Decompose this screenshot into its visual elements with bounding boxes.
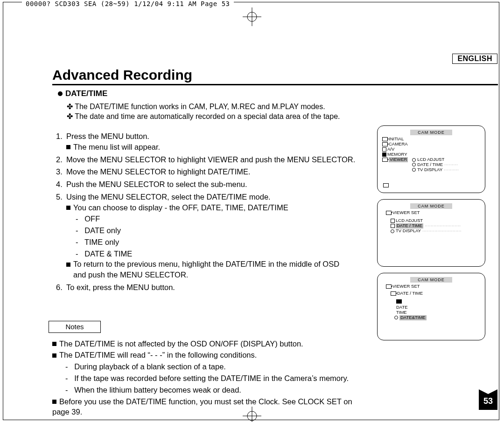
return-icon <box>396 299 402 304</box>
menu-item: CAMERA <box>389 141 408 146</box>
menu-item: VIEWER SET <box>392 210 420 215</box>
intro-line: The DATE/TIME function works in CAM, PLA… <box>75 103 325 111</box>
step-subtext: To return to the previous menu, highligh… <box>73 260 339 268</box>
instructions-column: 1.Press the MENU button. The menu list w… <box>52 125 364 418</box>
step-subtext: and push the MENU SELECTOR. <box>73 270 188 279</box>
camera-icon <box>391 291 396 296</box>
page-title: Advanced Recording <box>52 67 498 83</box>
page-number: 53 <box>479 394 497 410</box>
square-bullet-icon <box>66 263 70 267</box>
osd-figure-2: CAM MODE VIEWER SET LCD ADJUST DATE / TI… <box>377 199 485 267</box>
menu-item: A/V <box>387 146 394 152</box>
print-header: 00000? SCD303 SEA (28~59) 1/12/04 9:11 A… <box>22 0 234 7</box>
step-subtext: The menu list will appear. <box>73 143 160 151</box>
notes-heading: Notes <box>52 321 364 332</box>
option-item: TIME <box>396 310 407 315</box>
submenu-item: TV DISPLAY <box>417 167 442 172</box>
square-icon <box>382 147 386 152</box>
clover-bullet-icon: ✤ <box>66 102 73 111</box>
figure-column: CAM MODE INITIAL CAMERA A/V MEMORY VIEWE… <box>377 125 491 418</box>
menu-item: MEMORY <box>387 152 407 157</box>
section-heading: DATE/TIME <box>58 89 498 98</box>
submenu-item: LCD ADJUST <box>396 218 423 223</box>
camera-icon <box>386 211 392 215</box>
step-text: Move the MENU SELECTOR to highlight DATE… <box>66 167 251 176</box>
menu-item-selected: VIEWER <box>389 157 408 162</box>
osd-header: CAM MODE <box>410 130 452 135</box>
option-line: - DATE & TIME <box>76 249 364 259</box>
square-bullet-icon <box>52 400 56 404</box>
menu-item: VIEWER SET <box>392 284 420 289</box>
notes-list: The DATE/TIME is not affected by the OSD… <box>52 339 364 417</box>
menu-item: INITIAL <box>389 136 404 141</box>
camera-icon <box>386 284 392 289</box>
step-subtext: You can choose to display - the OFF, DAT… <box>73 203 288 212</box>
note-subtext: - During playback of a blank section of … <box>65 361 364 372</box>
camera-icon <box>382 158 388 162</box>
page: 00000? SCD303 SEA (28~59) 1/12/04 9:11 A… <box>0 0 504 422</box>
square-bullet-icon <box>66 145 70 149</box>
return-icon <box>383 183 390 188</box>
intro-line: The date and time are automatically reco… <box>75 112 340 120</box>
circle-icon <box>394 316 398 319</box>
submenu-item: DATE / TIME <box>417 162 443 167</box>
registration-mark-top-icon <box>243 7 261 26</box>
camera-icon <box>382 142 388 146</box>
submenu-item: DATE / TIME <box>397 291 423 296</box>
note-subtext: - When the lithium battery becomes weak … <box>65 385 364 395</box>
circle-icon <box>412 168 416 172</box>
circle-icon <box>412 158 416 162</box>
square-bullet-icon <box>66 206 70 210</box>
option-line: - OFF <box>76 214 364 224</box>
submenu-item: LCD ADJUST <box>417 157 444 162</box>
osd-header: CAM MODE <box>410 277 452 283</box>
step-text: Move the MENU SELECTOR to highlight VIEW… <box>66 155 355 164</box>
option-line: - TIME only <box>76 237 364 248</box>
circle-icon <box>391 229 394 233</box>
osd-figure-1: CAM MODE INITIAL CAMERA A/V MEMORY VIEWE… <box>377 125 485 193</box>
bullet-icon <box>58 91 63 96</box>
step-text: Using the MENU SELECTOR, select the DATE… <box>66 193 271 201</box>
option-item-selected: DATE&TIME <box>399 315 427 320</box>
option-item: DATE <box>396 304 408 310</box>
note-text: The DATE/TIME is not affected by the OSD… <box>59 339 303 348</box>
step-text: Push the MENU SELECTOR to select the sub… <box>66 180 247 188</box>
step-text: To exit, press the MENU button. <box>66 283 175 291</box>
osd-figure-3: CAM MODE VIEWER SET DATE / TIME DATE TIM… <box>377 273 485 340</box>
square-bullet-icon <box>52 342 56 346</box>
title-rule <box>52 84 498 85</box>
language-badge: ENGLISH <box>452 54 497 64</box>
content-area: Advanced Recording DATE/TIME ✤ The DATE/… <box>52 67 498 418</box>
note-text: Before you use the DATE/TIME function, y… <box>52 397 352 416</box>
square-icon <box>391 219 395 223</box>
camera-icon <box>382 137 388 141</box>
osd-header: CAM MODE <box>410 203 452 209</box>
submenu-item: TV DISPLAY <box>396 228 421 233</box>
square-icon <box>382 152 386 157</box>
clover-bullet-icon: ✤ <box>66 112 73 121</box>
note-subtext: - If the tape was recorded before settin… <box>65 373 364 384</box>
circle-icon <box>412 163 416 166</box>
note-text: The DATE/TIME will read “- - -” in the f… <box>59 351 257 359</box>
square-icon <box>391 224 395 228</box>
step-text: Press the MENU button. <box>66 132 149 140</box>
square-bullet-icon <box>52 353 56 358</box>
intro-list: ✤ The DATE/TIME function works in CAM, P… <box>66 102 498 121</box>
option-line: - DATE only <box>76 225 364 236</box>
